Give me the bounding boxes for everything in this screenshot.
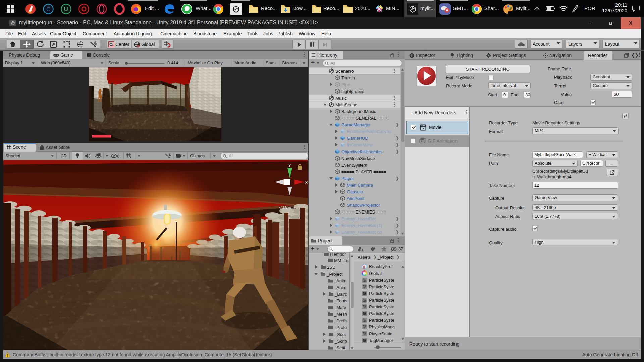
svg-text:< Persp: < Persp (279, 205, 296, 210)
svg-text:Y: Y (129, 156, 131, 159)
svg-text:U: U (64, 6, 68, 12)
svg-text:x: x (305, 180, 308, 185)
svg-text:0: 0 (117, 154, 119, 159)
svg-text:C: C (46, 6, 50, 12)
svg-text:y: y (288, 162, 291, 167)
svg-text:{}: {} (363, 265, 365, 269)
